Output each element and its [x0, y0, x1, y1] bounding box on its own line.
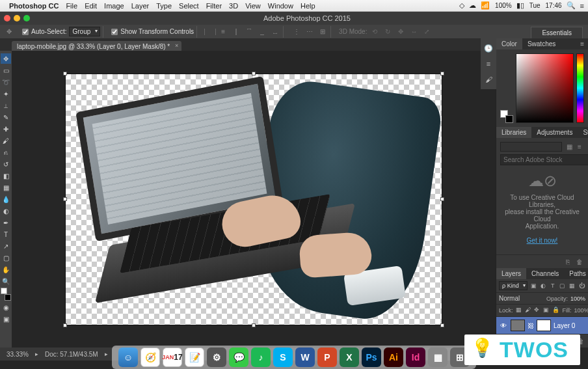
color-picker-field[interactable] [516, 53, 574, 123]
pen-tool[interactable]: ✒ [1, 217, 11, 228]
tab-libraries[interactable]: Libraries [496, 127, 531, 138]
document-info[interactable]: Doc: 57.1M/43.5M [45, 351, 98, 358]
layer-thumbnail[interactable] [511, 320, 525, 331]
dock-messages-icon[interactable]: 💬 [229, 348, 248, 367]
blur-tool[interactable]: 💧 [1, 194, 11, 204]
align-right-icon[interactable]: ⎹⎸ [231, 27, 241, 37]
fg-bg-swatch[interactable] [1, 288, 11, 301]
workspace-switcher[interactable]: Essentials [531, 27, 583, 39]
show-transform-checkbox[interactable] [111, 29, 118, 35]
history-brush-tool[interactable]: ↺ [1, 159, 11, 169]
dock-notes-icon[interactable]: 📝 [185, 348, 204, 367]
close-window-button[interactable] [4, 15, 10, 21]
menu-file[interactable]: File [66, 2, 77, 10]
brushes-panel-icon[interactable]: 🖌 [483, 74, 494, 85]
screen-mode-tool[interactable]: ▣ [1, 314, 11, 324]
menu-help[interactable]: Help [301, 2, 315, 10]
eyedropper-tool[interactable]: ✎ [1, 112, 11, 122]
auto-align-icon[interactable]: ⊞ [317, 27, 328, 37]
layer-mask-thumbnail[interactable] [537, 320, 551, 331]
document-canvas[interactable] [65, 74, 442, 325]
transform-handle[interactable] [252, 72, 256, 75]
3d-rotate-icon[interactable]: ⟲ [369, 27, 380, 37]
dock-illustrator-icon[interactable]: Ai [384, 348, 403, 367]
wifi-icon[interactable]: 📶 [481, 1, 490, 10]
lock-pixels-icon[interactable]: 🖌 [525, 307, 533, 314]
transform-handle[interactable] [440, 323, 444, 327]
3d-slide-icon[interactable]: ↔ [408, 27, 419, 37]
get-it-now-link[interactable]: Get it now! [527, 237, 558, 244]
library-add-icon[interactable]: ⎘ [563, 257, 572, 266]
filter-shape-icon[interactable]: ▢ [559, 281, 566, 290]
fill-value[interactable]: 100% [574, 307, 588, 314]
transform-handle[interactable] [440, 72, 444, 75]
menu-window[interactable]: Window [268, 2, 293, 10]
filter-smart-icon[interactable]: ▦ [568, 281, 576, 290]
fullscreen-window-button[interactable] [23, 15, 30, 21]
menu-type[interactable]: Type [156, 2, 172, 10]
stock-search-input[interactable] [500, 154, 588, 165]
dodge-tool[interactable]: ◐ [1, 206, 11, 216]
status-info-menu-icon[interactable]: ▸ [105, 351, 108, 357]
notification-center-icon[interactable]: ≡ [580, 2, 584, 10]
heal-tool[interactable]: ✚ [1, 124, 11, 134]
3d-scale-icon[interactable]: ⤢ [421, 27, 432, 37]
menu-edit[interactable]: Edit [85, 2, 97, 10]
filter-adjust-icon[interactable]: ◐ [540, 281, 547, 290]
spotlight-icon[interactable]: 🔍 [567, 1, 576, 10]
cloud-icon[interactable]: ☁ [469, 1, 476, 10]
3d-pan-icon[interactable]: ✥ [395, 27, 406, 37]
dropbox-icon[interactable]: ◇ [459, 1, 464, 10]
move-tool[interactable]: ✥ [1, 53, 11, 64]
eraser-tool[interactable]: ◧ [1, 171, 11, 181]
dock-photoshop-icon[interactable]: Ps [362, 348, 381, 367]
opacity-value[interactable]: 100% [570, 295, 585, 302]
transform-handle[interactable] [63, 323, 67, 327]
lock-transparent-icon[interactable]: ▦ [516, 307, 524, 314]
menu-view[interactable]: View [245, 2, 261, 10]
dock-spotify-icon[interactable]: ♪ [251, 348, 271, 367]
history-panel-icon[interactable]: 🕒 [483, 42, 494, 54]
dock-excel-icon[interactable]: X [340, 348, 359, 367]
lock-all-icon[interactable]: 🔒 [552, 307, 560, 314]
distribute-h-icon[interactable]: ⋮ [291, 27, 302, 37]
properties-panel-icon[interactable]: ≡ [483, 58, 494, 70]
filter-toggle-icon[interactable]: ⏻ [578, 281, 585, 290]
align-left-icon[interactable]: ⎸⎹ [205, 27, 215, 37]
library-grid-view-icon[interactable]: ▦ [565, 142, 574, 151]
filter-type-icon[interactable]: T [549, 281, 556, 290]
menu-3d[interactable]: 3D [229, 2, 238, 10]
minimise-window-button[interactable] [14, 15, 20, 21]
canvas-viewport[interactable] [12, 51, 496, 348]
distribute-v-icon[interactable]: ⋯ [304, 27, 315, 37]
tab-swatches[interactable]: Swatches [522, 38, 561, 49]
dock-preferences-icon[interactable]: ⚙ [207, 348, 226, 367]
tab-styles[interactable]: Styles [578, 127, 588, 138]
menu-image[interactable]: Image [104, 2, 124, 10]
library-list-view-icon[interactable]: ≡ [575, 142, 584, 151]
dock-safari-icon[interactable]: 🧭 [140, 348, 160, 367]
zoom-level[interactable]: 33.33% [7, 351, 29, 358]
auto-select-dropdown[interactable]: Group [69, 27, 100, 36]
tab-layers[interactable]: Layers [496, 268, 526, 279]
layer-visibility-icon[interactable]: 👁 [499, 322, 508, 329]
layer-row[interactable]: 👁 ⛓ Layer 0 [496, 317, 588, 334]
quick-mask-tool[interactable]: ◉ [1, 302, 11, 312]
dock-indesign-icon[interactable]: Id [406, 348, 425, 367]
layer-name[interactable]: Layer 0 [554, 322, 575, 329]
align-top-icon[interactable]: ⎴ [244, 27, 254, 37]
fg-bg-colors[interactable] [500, 110, 513, 123]
path-tool[interactable]: ↗ [1, 241, 11, 251]
dock-skype-icon[interactable]: S [273, 348, 293, 367]
tab-paths[interactable]: Paths [564, 268, 588, 279]
color-panel-menu-icon[interactable]: ≡ [576, 38, 588, 49]
menu-filter[interactable]: Filter [206, 2, 222, 10]
brush-tool[interactable]: 🖌 [1, 135, 11, 146]
align-vcenter-icon[interactable]: ⎯ [257, 27, 267, 37]
marquee-tool[interactable]: ▭ [1, 65, 11, 75]
lasso-tool[interactable]: ➰ [1, 77, 11, 87]
stamp-tool[interactable]: ⎌ [1, 147, 11, 157]
type-tool[interactable]: T [1, 229, 11, 239]
auto-select-checkbox[interactable] [22, 29, 29, 35]
dock-preview-icon[interactable]: ▦ [428, 348, 448, 367]
